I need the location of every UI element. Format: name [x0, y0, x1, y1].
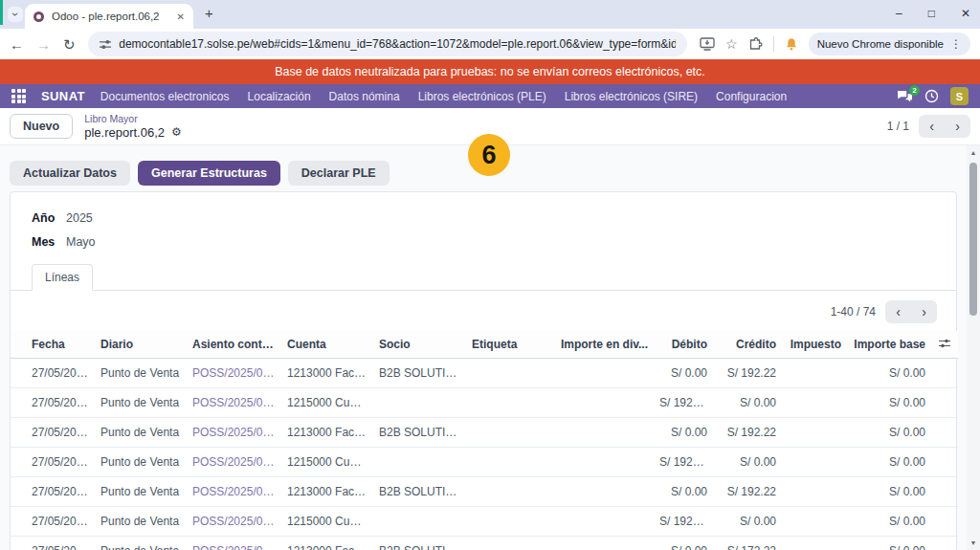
- site-settings-icon[interactable]: [100, 39, 112, 50]
- cell-impuesto: [782, 359, 847, 388]
- breadcrumb-parent[interactable]: Libro Mayor: [84, 113, 182, 125]
- cell-cuenta: 1213000 Facturas...: [281, 359, 373, 388]
- cell-etiqueta: [466, 388, 554, 418]
- prev-record-button[interactable]: ‹: [919, 115, 945, 138]
- col-header-impuesto[interactable]: Impuesto: [782, 331, 847, 359]
- menu-configuracion[interactable]: Configuracion: [716, 90, 787, 103]
- menu-libros-electrónicos-ple[interactable]: Libros electrónicos (PLE): [418, 90, 546, 103]
- menu-libros-electrónicos-sire[interactable]: Libros electrónicos (SIRE): [565, 90, 698, 103]
- cell-asiento[interactable]: POSS/2025/05/0...: [187, 448, 281, 477]
- user-avatar[interactable]: S: [950, 87, 969, 105]
- menu-localización[interactable]: Localización: [248, 90, 311, 103]
- cell-asiento[interactable]: POSS/2025/05/0...: [187, 507, 281, 537]
- actions-gear-icon[interactable]: ⚙: [171, 125, 182, 139]
- scroll-up-icon[interactable]: ▲: [967, 149, 980, 156]
- cell-spacer: [931, 448, 958, 477]
- table-row[interactable]: 27/05/2025Punto de VentaPOSS/2025/05/0..…: [11, 448, 958, 477]
- cell-debito: S/ 0.00: [654, 359, 713, 388]
- cell-debito: S/ 0.00: [654, 537, 713, 550]
- cell-impuesto: [782, 477, 847, 507]
- table-row[interactable]: 27/05/2025Punto de VentaPOSS/2025/05/0..…: [11, 359, 958, 388]
- col-header-diario[interactable]: Diario: [95, 331, 187, 359]
- cell-asiento[interactable]: POSS/2025/05/0...: [187, 388, 281, 418]
- cell-impuesto: [782, 418, 847, 448]
- scrollbar-thumb[interactable]: [969, 163, 977, 316]
- month-label: Mes: [32, 235, 66, 249]
- activities-clock-icon[interactable]: [924, 89, 939, 103]
- tab-search-button[interactable]: ›: [8, 7, 23, 22]
- declarar-ple-button[interactable]: Declarar PLE: [288, 161, 390, 186]
- col-header-crédito[interactable]: Crédito: [713, 331, 782, 359]
- table-row[interactable]: 27/05/2025Punto de VentaPOSS/2025/05/0..…: [11, 477, 958, 507]
- cell-impuesto: [782, 448, 847, 477]
- col-header-etiqueta[interactable]: Etiqueta: [466, 331, 554, 359]
- cell-asiento[interactable]: POSS/2025/05/0...: [187, 359, 281, 388]
- col-header-débito[interactable]: Débito: [654, 331, 713, 359]
- tab-close-icon[interactable]: ✕: [177, 11, 185, 22]
- address-bar[interactable]: democontable17.solse.pe/web#cids=1&menu_…: [88, 32, 688, 56]
- menu-documentos-electronicos[interactable]: Documentos electronicos: [100, 90, 230, 103]
- cell-credito: S/ 172.22: [713, 537, 782, 550]
- extensions-icon[interactable]: [748, 37, 763, 52]
- table-row[interactable]: 27/05/2025Punto de VentaPOSS/2025/05/0..…: [11, 388, 958, 418]
- list-prev-button[interactable]: ‹: [885, 300, 911, 323]
- notification-bell-icon[interactable]: [785, 37, 798, 52]
- cell-spacer: [931, 537, 958, 550]
- cell-etiqueta: [466, 537, 554, 550]
- cell-asiento[interactable]: POSS/2025/05/0...: [187, 537, 281, 550]
- col-header-asiento-contable[interactable]: Asiento contable: [187, 331, 281, 359]
- banner-text: Base de datos neutralizada para pruebas:…: [275, 65, 705, 78]
- browser-menu-icon[interactable]: ⋮: [950, 37, 962, 51]
- cell-etiqueta: [466, 418, 554, 448]
- cell-importe_base: S/ 0.00: [847, 388, 931, 418]
- next-record-button[interactable]: ›: [945, 115, 970, 138]
- new-record-button[interactable]: Nuevo: [10, 114, 73, 139]
- month-value[interactable]: Mayo: [66, 235, 96, 249]
- col-header-importe-en-div[interactable]: Importe en div...: [554, 331, 654, 359]
- cell-spacer: [931, 418, 958, 448]
- close-button[interactable]: ✕: [961, 5, 970, 22]
- browser-tab[interactable]: Odoo - ple.report.06,2 ✕: [25, 4, 193, 29]
- scroll-down-icon[interactable]: ▼: [967, 539, 980, 546]
- col-header-fecha[interactable]: Fecha: [11, 331, 95, 359]
- back-button[interactable]: ←: [10, 37, 24, 52]
- apps-grid-icon[interactable]: [11, 89, 26, 103]
- optional-columns-icon[interactable]: [931, 331, 958, 359]
- forward-button[interactable]: →: [36, 37, 51, 52]
- cell-fecha: 27/05/2025: [11, 537, 95, 550]
- app-name[interactable]: SUNAT: [41, 89, 85, 103]
- update-label: Nuevo Chrome disponible: [817, 38, 944, 50]
- new-tab-button[interactable]: +: [205, 5, 213, 21]
- col-header-importe-base[interactable]: Importe base: [847, 331, 931, 359]
- cell-asiento[interactable]: POSS/2025/05/0...: [187, 418, 281, 448]
- cell-fecha: 27/05/2025: [11, 477, 95, 507]
- actualizar-datos-button[interactable]: Actualizar Datos: [10, 161, 130, 186]
- generar-estructuras-button[interactable]: Generar Estructuras: [138, 161, 280, 186]
- main-content: Actualizar DatosGenerar EstructurasDecla…: [0, 145, 980, 550]
- messages-button[interactable]: 2: [897, 90, 913, 102]
- maximize-button[interactable]: □: [928, 5, 935, 22]
- vertical-scrollbar[interactable]: ▲ ▼: [967, 145, 980, 550]
- cell-etiqueta: [466, 359, 554, 388]
- bookmark-star-icon[interactable]: ☆: [725, 36, 738, 52]
- annotation-marker-6: 6: [468, 134, 510, 176]
- list-next-button[interactable]: ›: [911, 300, 937, 323]
- cell-asiento[interactable]: POSS/2025/05/0...: [187, 477, 281, 507]
- tab-lineas[interactable]: Líneas: [32, 264, 93, 291]
- table-row[interactable]: 27/05/2025Punto de VentaPOSS/2025/05/0..…: [11, 418, 958, 448]
- reload-button[interactable]: ↻: [63, 37, 76, 52]
- record-name: ple.report.06,2: [84, 125, 165, 141]
- menu-datos-nómina[interactable]: Datos nómina: [329, 90, 400, 103]
- install-icon[interactable]: [700, 37, 715, 51]
- chrome-update-button[interactable]: Nuevo Chrome disponible ⋮: [809, 33, 970, 55]
- minimize-button[interactable]: –: [896, 5, 902, 22]
- url-text: democontable17.solse.pe/web#cids=1&menu_…: [119, 37, 676, 51]
- table-row[interactable]: 27/05/2025Punto de VentaPOSS/2025/05/0..…: [11, 507, 958, 537]
- col-header-cuenta[interactable]: Cuenta: [281, 331, 373, 359]
- lines-table: FechaDiarioAsiento contableCuentaSocioEt…: [11, 331, 958, 550]
- col-header-socio[interactable]: Socio: [373, 331, 466, 359]
- cell-importe_base: S/ 0.00: [847, 537, 931, 550]
- browser-toolbar: ← → ↻ democontable17.solse.pe/web#cids=1…: [0, 29, 980, 59]
- table-row[interactable]: 27/05/2025Punto de VentaPOSS/2025/05/0..…: [11, 537, 958, 550]
- year-value[interactable]: 2025: [66, 211, 93, 225]
